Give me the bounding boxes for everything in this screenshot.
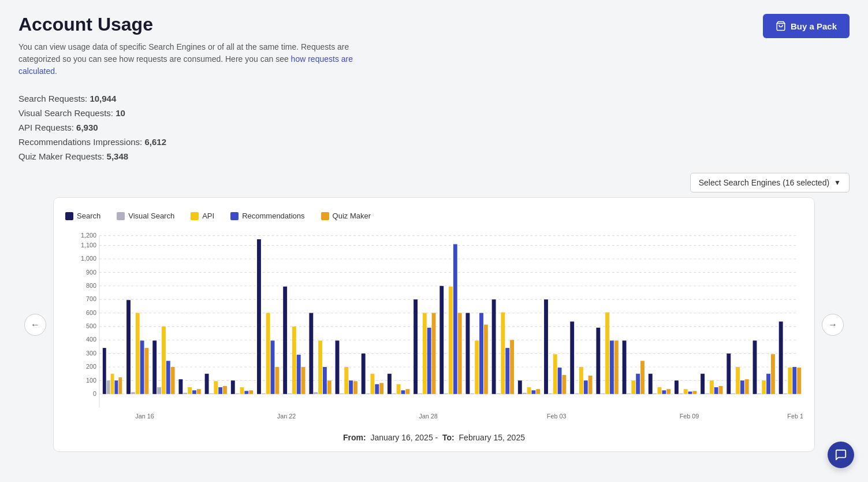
svg-rect-77 xyxy=(353,381,357,394)
svg-rect-151 xyxy=(740,380,744,394)
svg-rect-86 xyxy=(401,390,405,394)
svg-rect-111 xyxy=(531,390,535,394)
svg-rect-71 xyxy=(323,367,327,394)
svg-rect-143 xyxy=(701,374,705,394)
svg-rect-62 xyxy=(275,367,279,394)
svg-rect-28 xyxy=(103,348,106,394)
svg-rect-63 xyxy=(283,287,287,394)
svg-rect-53 xyxy=(231,380,235,394)
svg-rect-66 xyxy=(297,355,301,394)
bar-chart-svg: .grid-line { stroke: #ddd; stroke-width:… xyxy=(65,229,803,426)
page-title: Account Usage xyxy=(18,14,377,35)
legend-color-visual-search xyxy=(117,212,125,220)
svg-rect-89 xyxy=(418,394,422,394)
stat-label: Search Requests xyxy=(18,94,85,103)
svg-rect-88 xyxy=(413,299,418,394)
svg-rect-33 xyxy=(126,300,131,394)
legend-api: API xyxy=(191,212,214,220)
legend-color-quiz-maker xyxy=(321,212,329,220)
svg-rect-137 xyxy=(666,389,670,394)
chart-nav-right[interactable]: → xyxy=(822,314,844,336)
buy-pack-label: Buy a Pack xyxy=(791,21,837,31)
svg-rect-159 xyxy=(784,394,788,394)
chart-header: Select Search Engines (16 selected) ▼ xyxy=(18,173,850,192)
svg-rect-114 xyxy=(549,394,553,394)
svg-rect-52 xyxy=(223,386,227,394)
svg-rect-102 xyxy=(484,325,488,394)
svg-rect-131 xyxy=(636,374,640,394)
svg-text:Jan 22: Jan 22 xyxy=(277,413,296,420)
stat-value: 6,612 xyxy=(144,137,166,147)
svg-rect-101 xyxy=(479,313,483,394)
svg-text:Feb 15: Feb 15 xyxy=(787,413,803,420)
cart-icon xyxy=(776,21,786,31)
chart-nav-left[interactable]: ← xyxy=(24,314,46,336)
svg-rect-58 xyxy=(257,239,261,394)
svg-rect-135 xyxy=(658,387,662,394)
legend-color-recommendations xyxy=(230,212,239,220)
svg-rect-54 xyxy=(236,394,240,394)
svg-rect-59 xyxy=(262,394,266,394)
svg-text:1,200: 1,200 xyxy=(81,231,96,238)
svg-text:900: 900 xyxy=(86,268,96,275)
svg-rect-155 xyxy=(762,380,766,394)
buy-pack-button[interactable]: Buy a Pack xyxy=(763,14,850,38)
svg-text:1,000: 1,000 xyxy=(81,255,96,262)
svg-rect-99 xyxy=(470,394,474,394)
svg-rect-103 xyxy=(492,299,496,394)
legend-label-recommendations: Recommendations xyxy=(242,212,304,220)
svg-rect-37 xyxy=(145,348,149,394)
chat-icon xyxy=(835,448,847,461)
svg-rect-46 xyxy=(192,390,196,394)
select-engines-dropdown[interactable]: Select Search Engines (16 selected) ▼ xyxy=(690,173,850,192)
svg-rect-148 xyxy=(727,354,731,394)
svg-rect-145 xyxy=(710,380,714,394)
svg-rect-158 xyxy=(779,321,783,394)
svg-text:Feb 09: Feb 09 xyxy=(680,413,699,420)
legend-label-search: Search xyxy=(77,212,100,220)
svg-rect-125 xyxy=(605,312,609,394)
left-arrow-icon: ← xyxy=(31,320,40,330)
stat-api-requests: API Requests: 6,930 xyxy=(18,123,850,132)
svg-rect-110 xyxy=(527,387,531,394)
svg-rect-119 xyxy=(575,394,579,394)
svg-rect-157 xyxy=(771,354,775,394)
stat-recommendations: Recommendations Impressions: 6,612 xyxy=(18,137,850,147)
svg-rect-32 xyxy=(118,377,122,394)
stat-label: Recommendations Impressions xyxy=(18,137,140,147)
svg-rect-121 xyxy=(584,380,588,394)
svg-text:800: 800 xyxy=(86,282,96,289)
svg-rect-109 xyxy=(523,393,527,394)
date-from: January 16, 2025 xyxy=(370,433,433,442)
svg-rect-161 xyxy=(792,367,796,394)
svg-rect-116 xyxy=(558,368,562,394)
svg-rect-115 xyxy=(553,354,557,394)
svg-text:Jan 16: Jan 16 xyxy=(135,413,154,420)
legend-color-api xyxy=(191,212,199,220)
stat-visual-search: Visual Search Requests: 10 xyxy=(18,108,850,118)
svg-rect-83 xyxy=(388,374,392,394)
svg-rect-92 xyxy=(432,313,436,394)
svg-rect-44 xyxy=(183,393,187,394)
svg-rect-75 xyxy=(344,367,348,394)
right-arrow-icon: → xyxy=(828,320,837,330)
svg-rect-120 xyxy=(579,367,583,394)
svg-rect-79 xyxy=(366,394,370,394)
svg-rect-154 xyxy=(757,394,761,394)
chart-footer: From: January 16, 2025 - To: February 15… xyxy=(65,433,803,442)
chart-legend: Search Visual Search API Recommendations… xyxy=(65,212,803,220)
svg-rect-41 xyxy=(166,361,170,394)
svg-rect-132 xyxy=(640,361,645,394)
svg-rect-150 xyxy=(736,367,740,394)
svg-rect-126 xyxy=(610,340,614,394)
svg-rect-94 xyxy=(444,394,448,394)
svg-text:300: 300 xyxy=(86,349,96,356)
svg-rect-69 xyxy=(314,392,318,394)
svg-rect-93 xyxy=(439,286,444,394)
svg-rect-141 xyxy=(688,392,692,394)
svg-rect-70 xyxy=(318,340,322,394)
legend-label-api: API xyxy=(202,212,214,220)
svg-rect-84 xyxy=(392,394,396,394)
svg-rect-140 xyxy=(684,389,688,394)
chat-bubble-button[interactable] xyxy=(828,442,854,468)
